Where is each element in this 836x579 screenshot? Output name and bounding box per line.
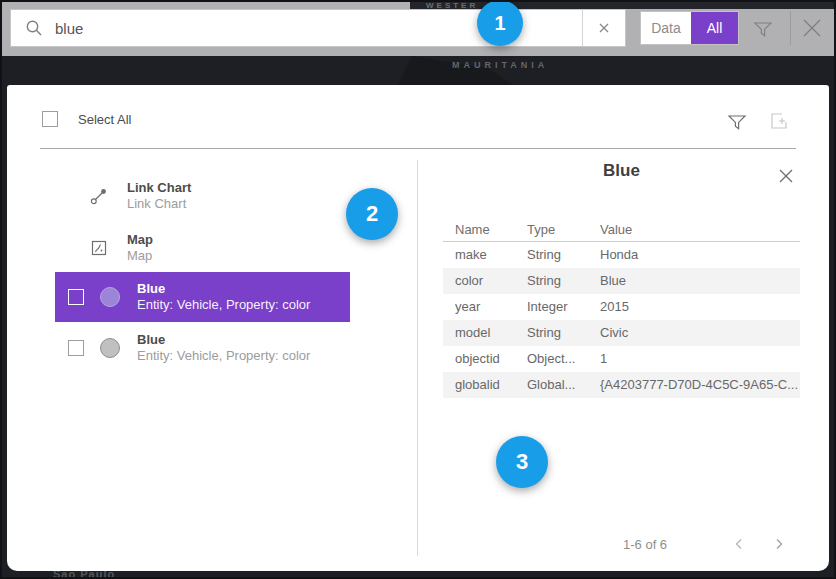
- filter-funnel-icon: [752, 17, 774, 39]
- search-close-button[interactable]: [800, 16, 824, 44]
- scope-toggle-all[interactable]: All: [691, 12, 738, 44]
- table-header: Name Type Value: [443, 217, 800, 242]
- add-square-icon: [768, 110, 790, 132]
- cell-name: objectid: [455, 346, 527, 372]
- entity-circle-icon: [100, 338, 120, 358]
- cell-name: color: [455, 268, 527, 294]
- search-box: [10, 9, 626, 47]
- column-header-name: Name: [455, 217, 527, 241]
- detail-close-button[interactable]: [777, 167, 795, 189]
- cell-value: Blue: [600, 268, 800, 294]
- list-item-title: Blue: [137, 332, 310, 348]
- list-item-checkbox[interactable]: [68, 289, 84, 305]
- cell-value: {A4203777-D70D-4C5C-9A65-C...: [600, 372, 800, 398]
- cell-name: globalid: [455, 372, 527, 398]
- pagination-prev-button[interactable]: [731, 536, 747, 556]
- list-item-subtitle: Entity: Vehicle, Property: color: [137, 348, 310, 364]
- list-item-title: Blue: [137, 281, 310, 297]
- list-item-subtitle: Link Chart: [127, 196, 191, 212]
- link-chart-icon: [90, 187, 108, 205]
- scope-toggle-data[interactable]: Data: [641, 12, 691, 44]
- list-item-text: Map Map: [127, 232, 153, 264]
- table-row: globalid Global... {A4203777-D70D-4C5C-9…: [443, 372, 800, 398]
- table-row: model String Civic: [443, 320, 800, 346]
- cell-type: Object...: [527, 346, 600, 372]
- cell-name: year: [455, 294, 527, 320]
- scope-toggle: Data All: [640, 11, 739, 45]
- add-to-selection-button[interactable]: [768, 110, 790, 136]
- cell-value: 1: [600, 346, 800, 372]
- map-icon: [90, 239, 108, 257]
- chevron-right-icon: [771, 536, 787, 552]
- annotation-callout-3: 3: [496, 436, 548, 488]
- cell-type: String: [527, 268, 600, 294]
- pagination-next-button[interactable]: [771, 536, 787, 556]
- list-item-map[interactable]: Map Map: [55, 228, 350, 268]
- column-header-value: Value: [600, 217, 800, 241]
- cell-value: 2015: [600, 294, 800, 320]
- table-row: year Integer 2015: [443, 294, 800, 320]
- list-item-subtitle: Entity: Vehicle, Property: color: [137, 297, 310, 313]
- cell-value: Honda: [600, 242, 800, 268]
- close-x-icon: [800, 16, 824, 40]
- attributes-table: Name Type Value make String Honda color …: [443, 217, 800, 398]
- entity-circle-icon: [100, 287, 120, 307]
- panel-divider: [40, 148, 796, 149]
- map-label-mauritania: MAURITANIA: [452, 60, 548, 70]
- clear-x-icon: [597, 21, 611, 35]
- close-x-icon: [777, 167, 795, 185]
- list-item-text: Link Chart Link Chart: [127, 180, 191, 212]
- list-item-blue-selected[interactable]: Blue Entity: Vehicle, Property: color: [55, 272, 350, 322]
- search-icon: [25, 19, 43, 37]
- chevron-left-icon: [731, 536, 747, 552]
- cell-type: String: [527, 242, 600, 268]
- table-row: color String Blue: [443, 268, 800, 294]
- table-row: make String Honda: [443, 242, 800, 268]
- search-clear-button[interactable]: [582, 10, 625, 46]
- annotation-callout-1: 1: [477, 0, 523, 46]
- table-row: objectid Object... 1: [443, 346, 800, 372]
- list-item-title: Map: [127, 232, 153, 248]
- filter-funnel-icon: [726, 110, 748, 132]
- list-item-link-chart[interactable]: Link Chart Link Chart: [55, 176, 350, 216]
- select-all-row: Select All: [42, 111, 131, 127]
- cell-type: Global...: [527, 372, 600, 398]
- list-item-blue[interactable]: Blue Entity: Vehicle, Property: color: [55, 326, 350, 370]
- toolbar-divider: [790, 11, 791, 45]
- map-label-western: WESTER: [410, 0, 834, 9]
- list-item-subtitle: Map: [127, 248, 153, 264]
- select-all-label: Select All: [78, 112, 131, 127]
- list-item-title: Link Chart: [127, 180, 191, 196]
- table-body: make String Honda color String Blue year…: [443, 242, 800, 398]
- cell-type: String: [527, 320, 600, 346]
- detail-title: Blue: [443, 161, 800, 181]
- column-header-type: Type: [527, 217, 600, 241]
- pagination-range: 1-6 of 6: [623, 537, 667, 552]
- cell-name: make: [455, 242, 527, 268]
- results-filter-button[interactable]: [726, 110, 748, 136]
- list-detail-divider: [417, 160, 418, 556]
- pagination: 1-6 of 6: [443, 535, 800, 557]
- cell-name: model: [455, 320, 527, 346]
- search-results-panel: Select All Link Chart Link: [7, 85, 829, 571]
- list-item-text: Blue Entity: Vehicle, Property: color: [137, 281, 310, 313]
- cell-value: Civic: [600, 320, 800, 346]
- list-item-text: Blue Entity: Vehicle, Property: color: [137, 332, 310, 364]
- select-all-checkbox[interactable]: [42, 111, 58, 127]
- screenshot: MAURITANIA São Paulo Data All: [0, 0, 836, 579]
- cell-type: Integer: [527, 294, 600, 320]
- list-item-checkbox[interactable]: [68, 340, 84, 356]
- search-filter-button[interactable]: [752, 17, 774, 43]
- annotation-callout-2: 2: [346, 188, 398, 240]
